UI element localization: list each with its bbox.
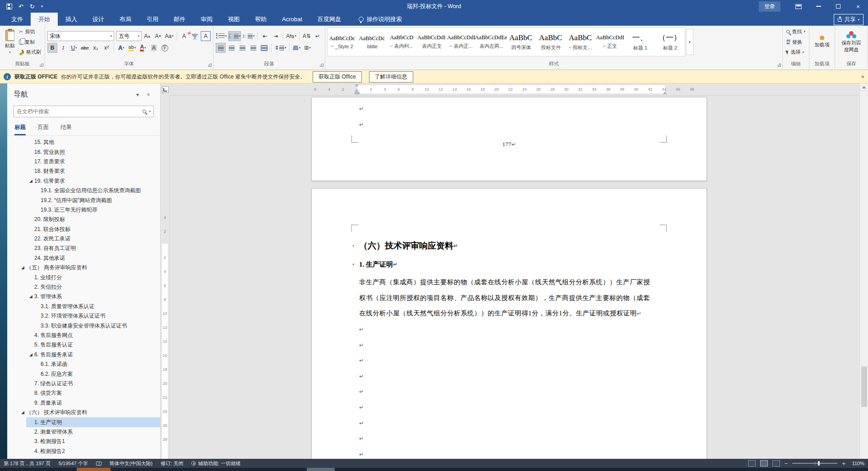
justify-button[interactable] bbox=[248, 43, 258, 53]
nav-heading-item[interactable]: 20. 限制投标 bbox=[7, 215, 160, 224]
horizontal-ruler[interactable]: 6422468101214161820222426283032343638404… bbox=[170, 83, 859, 96]
vertical-ruler[interactable]: 42 246810121416182022242628 bbox=[161, 96, 170, 459]
select-button[interactable]: 选择 ▾ bbox=[785, 47, 807, 57]
search-input[interactable] bbox=[17, 108, 140, 115]
italic-button[interactable]: I bbox=[58, 43, 68, 53]
nav-heading-item[interactable]: 19.1. 全国企业信用信息公示系统查询截图 bbox=[7, 186, 160, 195]
chevron-down-icon[interactable]: ▾ bbox=[149, 110, 151, 113]
indent-marker-right[interactable] bbox=[663, 92, 667, 94]
copy-button[interactable]: 复制 bbox=[18, 37, 42, 47]
increase-indent-button[interactable]: ⇥ bbox=[271, 31, 281, 41]
nav-heading-item[interactable]: 1. 生产证明 bbox=[7, 417, 160, 427]
zoom-level[interactable]: 110% bbox=[850, 461, 864, 466]
ribbon-tab[interactable]: 设计 bbox=[85, 13, 112, 26]
nav-tab[interactable]: 结果 bbox=[60, 124, 72, 135]
style-item[interactable]: （一） 标题 2 bbox=[655, 28, 685, 56]
nav-heading-item[interactable]: 3.1. 质量管理体系认证 bbox=[7, 302, 160, 311]
paste-button[interactable]: 粘贴 ▾ bbox=[2, 27, 18, 57]
underline-button[interactable]: U▾ bbox=[69, 43, 79, 53]
ribbon-tab[interactable]: 邮件 bbox=[166, 13, 193, 26]
nav-heading-item[interactable]: 4. 售后服务网点 bbox=[7, 331, 160, 340]
line-spacing-button[interactable]: ⇕▾ bbox=[274, 43, 287, 53]
track-changes-status[interactable]: 修订: 关闭 bbox=[161, 460, 183, 467]
font-color-button[interactable]: A▾ bbox=[138, 43, 148, 53]
cut-button[interactable]: ✂ 剪切 bbox=[18, 27, 42, 37]
nav-heading-item[interactable]: 24. 其他承诺 bbox=[7, 254, 160, 263]
expand-triangle-icon[interactable] bbox=[19, 266, 26, 269]
format-painter-button[interactable]: 格式刷 bbox=[18, 47, 42, 57]
ribbon-tab[interactable]: 文件 bbox=[4, 13, 31, 26]
styles-dialog-launcher[interactable] bbox=[777, 63, 781, 67]
signin-button[interactable]: 登录 bbox=[759, 1, 780, 12]
expand-triangle-icon[interactable] bbox=[27, 180, 34, 183]
text-effects-button[interactable]: A▾ bbox=[116, 43, 126, 53]
font-size-select[interactable]: 五号▾ bbox=[116, 31, 142, 41]
learn-more-button[interactable]: 了解详细信息 bbox=[369, 71, 413, 83]
nav-heading-item[interactable]: （五） 商务评审响应资料 bbox=[7, 263, 160, 272]
save-icon[interactable] bbox=[6, 4, 12, 9]
character-shading-button[interactable]: A bbox=[149, 43, 159, 53]
subscript-button[interactable]: x₂ bbox=[91, 43, 101, 53]
nav-heading-item[interactable]: 9. 质量承诺 bbox=[7, 398, 160, 408]
search-icon[interactable] bbox=[143, 110, 146, 113]
redo-icon[interactable]: ↻ bbox=[30, 3, 35, 10]
ribbon-tab[interactable]: 开始 bbox=[31, 13, 58, 26]
ribbon-tab[interactable]: 帮助 bbox=[247, 13, 274, 26]
style-item[interactable]: AaBbC 投标文件 bbox=[536, 28, 566, 56]
save-to-baidu-button[interactable]: 保存到百度网盘 bbox=[837, 27, 865, 57]
language-status[interactable]: 简体中文(中国大陆) bbox=[110, 460, 152, 467]
zoom-in-button[interactable]: + bbox=[842, 460, 845, 467]
ribbon-tab[interactable]: 引用 bbox=[139, 13, 166, 26]
page-177[interactable]: ↵↵ 177↵ bbox=[311, 97, 707, 181]
close-button[interactable]: × bbox=[848, 0, 868, 13]
ribbon-tab[interactable]: 插入 bbox=[58, 13, 85, 26]
font-name-select[interactable]: 宋体▾ bbox=[47, 31, 114, 41]
ribbon-tab[interactable]: Acrobat bbox=[274, 13, 310, 26]
share-button[interactable]: 共享 ▾ bbox=[834, 14, 863, 25]
style-item[interactable]: AaBbCcDdEe 表内左两... bbox=[476, 28, 506, 56]
clear-formatting-button[interactable]: A bbox=[179, 31, 189, 41]
nav-tab[interactable]: 标题 bbox=[14, 124, 26, 135]
strikethrough-button[interactable]: abc bbox=[80, 43, 90, 53]
nav-heading-item[interactable]: 15. 其他 bbox=[7, 138, 160, 147]
highlight-color-button[interactable]: ab▾ bbox=[127, 43, 137, 53]
multilevel-list-button[interactable]: 1—2— ▾ bbox=[242, 31, 255, 41]
word-count[interactable]: 5/19547 个字 bbox=[59, 460, 88, 467]
nav-tab[interactable]: 页面 bbox=[37, 124, 49, 135]
nav-heading-item[interactable]: 17. 资质要求 bbox=[7, 157, 160, 166]
notice-close-icon[interactable]: × bbox=[861, 74, 864, 80]
read-mode-view-button[interactable] bbox=[748, 460, 756, 466]
style-item[interactable]: AaBbCcDdI ↵表内正... bbox=[447, 28, 476, 56]
nav-heading-item[interactable]: 6. 售后服务承诺 bbox=[7, 350, 160, 360]
style-item[interactable]: AaBbCcDdI ↵正文 bbox=[596, 28, 625, 56]
find-button[interactable]: 查找 ▾ bbox=[785, 27, 807, 37]
distribute-button[interactable] bbox=[259, 43, 269, 53]
shrink-font-button[interactable]: A▼ bbox=[153, 31, 163, 41]
zoom-slider-thumb[interactable] bbox=[818, 461, 820, 466]
indent-marker-left[interactable] bbox=[355, 84, 360, 94]
ribbon-display-options-icon[interactable] bbox=[789, 0, 808, 13]
document-canvas[interactable]: ↵↵ 177↵ ▪ （六）技术评审响应资料 ↵ bbox=[170, 96, 859, 459]
accessibility-status[interactable]: 辅助功能: 一切就绪 bbox=[191, 460, 240, 467]
align-right-button[interactable] bbox=[237, 43, 247, 53]
nav-pane-options-icon[interactable]: ▾ bbox=[132, 92, 143, 98]
print-layout-view-button[interactable] bbox=[760, 460, 768, 466]
nav-heading-item[interactable]: 5. 售后服务认证 bbox=[7, 340, 160, 350]
ribbon-tab[interactable]: 百度网盘 bbox=[310, 13, 349, 26]
scrollbar-thumb[interactable] bbox=[861, 366, 867, 407]
zoom-out-button[interactable]: − bbox=[785, 460, 788, 467]
decrease-indent-button[interactable]: ⇤ bbox=[260, 31, 270, 41]
nav-heading-item[interactable]: （六） 技术评审响应资料 bbox=[7, 408, 160, 417]
paragraph-dialog-launcher[interactable] bbox=[320, 63, 323, 67]
nav-heading-item[interactable]: 23. 自有员工证明 bbox=[7, 244, 160, 253]
shading-button[interactable]: ▾ bbox=[292, 43, 302, 53]
nav-heading-item[interactable]: 19.2. “信用中国”网站查询截图 bbox=[7, 195, 160, 205]
web-layout-view-button[interactable] bbox=[772, 460, 780, 466]
restore-button[interactable] bbox=[828, 0, 848, 13]
nav-heading-item[interactable]: 19.3. 近三年无行贿犯罪 bbox=[7, 205, 160, 215]
align-center-button[interactable] bbox=[226, 43, 236, 53]
nav-heading-item[interactable]: 2. 失信扣分 bbox=[7, 282, 160, 292]
character-border-button[interactable]: A bbox=[201, 31, 211, 41]
ribbon-tab[interactable]: 审阅 bbox=[193, 13, 220, 26]
expand-triangle-icon[interactable] bbox=[27, 295, 34, 298]
